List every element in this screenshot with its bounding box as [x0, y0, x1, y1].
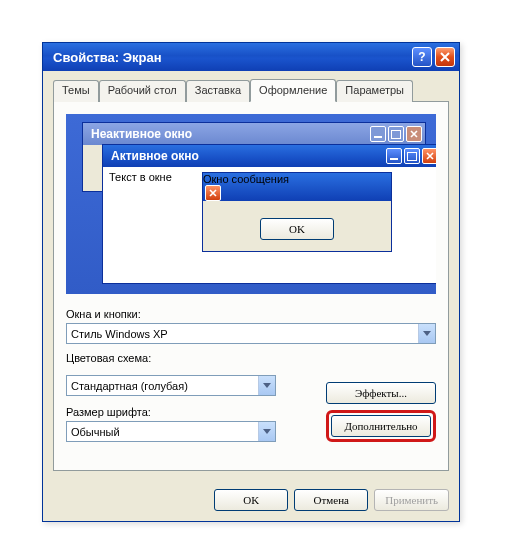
tab-screensaver[interactable]: Заставка [186, 80, 250, 102]
windows-buttons-value: Стиль Windows XP [67, 328, 418, 340]
tab-desktop[interactable]: Рабочий стол [99, 80, 186, 102]
maximize-icon [404, 148, 420, 164]
preview-msgbox-ok-button: OK [260, 218, 334, 240]
font-size-label: Размер шрифта: [66, 406, 316, 418]
effects-button[interactable]: Эффекты... [326, 382, 436, 404]
dialog-button-row: OK Отмена Применить [43, 481, 459, 521]
chevron-down-icon [258, 422, 275, 441]
appearance-panel: Неактивное окно Активное окно [53, 101, 449, 471]
minimize-icon [370, 126, 386, 142]
preview-message-box: Окно сообщения OK [202, 172, 392, 252]
close-icon [205, 185, 221, 201]
font-size-value: Обычный [67, 426, 258, 438]
close-icon [406, 126, 422, 142]
color-scheme-label: Цветовая схема: [66, 352, 436, 364]
tab-settings[interactable]: Параметры [336, 80, 413, 102]
maximize-icon [388, 126, 404, 142]
appearance-preview: Неактивное окно Активное окно [66, 114, 436, 294]
color-scheme-value: Стандартная (голубая) [67, 380, 258, 392]
ok-button[interactable]: OK [214, 489, 288, 511]
advanced-highlight: Дополнительно [326, 410, 436, 442]
windows-buttons-label: Окна и кнопки: [66, 308, 436, 320]
advanced-button[interactable]: Дополнительно [331, 415, 431, 437]
color-scheme-combo[interactable]: Стандартная (голубая) [66, 375, 276, 396]
dialog-titlebar[interactable]: Свойства: Экран ? [43, 43, 459, 71]
help-button[interactable]: ? [412, 47, 432, 67]
close-icon [422, 148, 436, 164]
dialog-title: Свойства: Экран [53, 50, 162, 65]
preview-msgbox-title: Окно сообщения [203, 173, 289, 185]
cancel-button[interactable]: Отмена [294, 489, 368, 511]
preview-inactive-title: Неактивное окно [91, 127, 192, 141]
minimize-icon [386, 148, 402, 164]
font-size-combo[interactable]: Обычный [66, 421, 276, 442]
apply-button[interactable]: Применить [374, 489, 449, 511]
close-button[interactable] [435, 47, 455, 67]
display-properties-dialog: Свойства: Экран ? Темы Рабочий стол Заст… [42, 42, 460, 522]
chevron-down-icon [418, 324, 435, 343]
tabs: Темы Рабочий стол Заставка Оформление Па… [53, 79, 449, 101]
tab-themes[interactable]: Темы [53, 80, 99, 102]
windows-buttons-combo[interactable]: Стиль Windows XP [66, 323, 436, 344]
preview-active-title: Активное окно [111, 149, 199, 163]
chevron-down-icon [258, 376, 275, 395]
tab-appearance[interactable]: Оформление [250, 79, 336, 102]
